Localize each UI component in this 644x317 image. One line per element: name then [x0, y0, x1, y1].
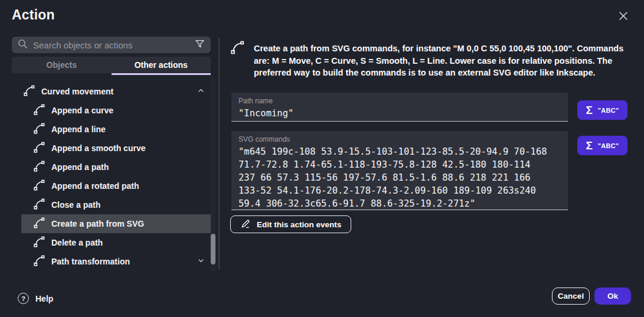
sigma-icon: Σ: [586, 140, 592, 151]
pencil-icon: [240, 218, 251, 231]
help-icon: ?: [18, 293, 29, 304]
svg-commands-field: SVG commands "m645 199c-108 53.9-15.5-10…: [231, 131, 568, 210]
tab-other-actions[interactable]: Other actions: [112, 57, 211, 73]
list-item-close-a-path[interactable]: Close a path: [21, 195, 211, 214]
curve-icon: [229, 39, 247, 59]
ok-button[interactable]: Ok: [594, 287, 631, 305]
tab-bar: Objects Other actions: [12, 57, 211, 73]
curve-icon: [32, 197, 47, 213]
svg-commands-label: SVG commands: [238, 135, 561, 143]
curve-icon: [32, 103, 47, 119]
action-dialog: Action Objects Other actions Curved move…: [0, 0, 644, 317]
curve-icon: [22, 84, 37, 100]
curve-icon: [32, 159, 47, 175]
edit-action-events-button[interactable]: Edit this action events: [230, 215, 351, 233]
curve-icon: [32, 178, 47, 194]
path-name-field: Path name "Incoming": [231, 93, 568, 122]
search-bar: [12, 37, 211, 53]
panel-divider: [218, 38, 220, 269]
list-item-append-a-rotated-path[interactable]: Append a rotated path: [21, 177, 211, 195]
close-icon[interactable]: [617, 9, 630, 22]
search-input[interactable]: [33, 40, 194, 50]
list-item-delete-a-path[interactable]: Delete a path: [21, 233, 211, 252]
list-item-create-a-path-from-svg[interactable]: Create a path from SVG: [21, 214, 211, 233]
active-tab-underline: [112, 73, 211, 75]
list-scrollbar-thumb[interactable]: [211, 234, 215, 264]
svg-commands-expression-button[interactable]: Σ "ABC": [577, 136, 627, 155]
curve-icon: [32, 254, 47, 270]
list-item-append-a-curve[interactable]: Append a curve: [21, 101, 211, 120]
curve-icon: [32, 140, 47, 156]
curve-icon: [32, 216, 47, 232]
list-item-curved-movement[interactable]: Curved movement: [21, 82, 211, 101]
list-item-append-a-smooth-curve[interactable]: Append a smooth curve: [21, 139, 211, 158]
filter-icon[interactable]: [194, 38, 205, 52]
action-description: Create a path from SVG commands, for ins…: [254, 43, 632, 79]
list-item-append-a-line[interactable]: Append a line: [21, 120, 211, 139]
dialog-title: Action: [12, 7, 55, 23]
actions-list: Curved movement Append a curve Append a …: [21, 82, 211, 271]
help-button[interactable]: ? Help: [18, 293, 53, 304]
path-name-input[interactable]: "Incoming": [238, 107, 561, 120]
path-name-expression-button[interactable]: Σ "ABC": [577, 100, 627, 120]
chevron-up-icon: [197, 86, 205, 97]
chevron-down-icon: [197, 256, 205, 267]
search-icon: [17, 38, 28, 52]
tab-objects[interactable]: Objects: [12, 57, 112, 73]
curve-icon: [32, 122, 47, 138]
list-item-append-a-path[interactable]: Append a path: [21, 158, 211, 177]
curve-icon: [32, 235, 47, 251]
cancel-button[interactable]: Cancel: [552, 287, 590, 305]
svg-commands-input[interactable]: "m645 199c-108 53.9-15.5-103-101-123-85.…: [238, 145, 561, 210]
path-name-label: Path name: [238, 97, 561, 105]
sigma-icon: Σ: [586, 104, 592, 116]
list-item-path-transformation[interactable]: Path transformation: [21, 252, 211, 271]
